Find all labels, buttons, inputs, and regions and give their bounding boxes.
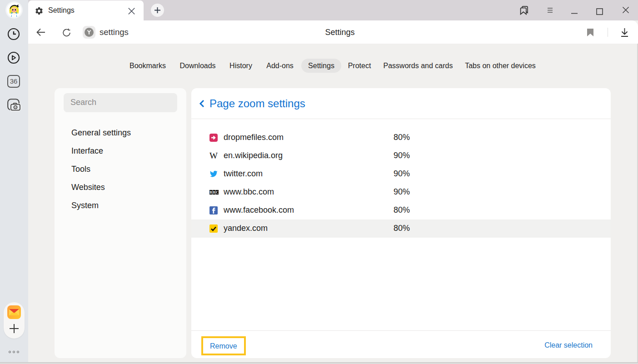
svg-text:B: B	[213, 190, 215, 194]
svg-text:W: W	[209, 152, 218, 160]
svg-text:C: C	[216, 190, 218, 194]
svg-text:B: B	[210, 190, 212, 194]
